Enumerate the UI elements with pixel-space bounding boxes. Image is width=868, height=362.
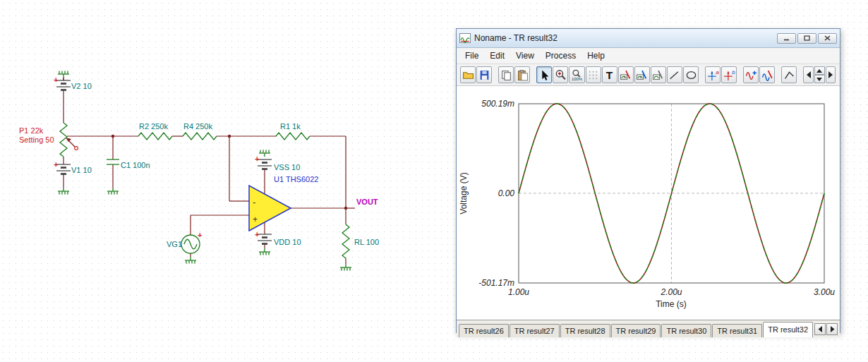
label-rl: RL 100 xyxy=(354,238,379,246)
cursor-tool-button[interactable] xyxy=(536,66,552,83)
corner-tool-button[interactable] xyxy=(781,66,797,83)
opamp-u1[interactable]: - + xyxy=(249,186,291,231)
menu-help[interactable]: Help xyxy=(581,49,610,64)
app-window: Noname - TR result32 FileEditViewProcess… xyxy=(456,28,840,333)
tab-tr-result26[interactable]: TR result26 xyxy=(459,324,509,337)
result-tab-bar: TR result26TR result27TR result28TR resu… xyxy=(457,320,840,337)
next-curve-button[interactable] xyxy=(826,66,836,83)
titlebar[interactable]: Noname - TR result32 xyxy=(457,29,840,48)
menu-view[interactable]: View xyxy=(510,49,540,64)
probe-scope-button[interactable] xyxy=(634,66,650,83)
open-button[interactable] xyxy=(460,66,476,83)
label-u1: U1 THS6022 xyxy=(274,175,318,183)
window-controls xyxy=(777,33,837,44)
potentiometer-p1[interactable] xyxy=(60,123,78,157)
label-vss: VSS 10 xyxy=(274,163,300,171)
svg-text:100%: 100% xyxy=(572,77,582,81)
app-icon xyxy=(459,32,471,44)
capacitor-c1[interactable] xyxy=(107,159,119,164)
line-tool-button[interactable] xyxy=(667,66,682,83)
zoom-100-button[interactable]: 100% xyxy=(569,66,584,83)
label-v1: V1 10 xyxy=(71,166,92,174)
result-tabs: TR result26TR result27TR result28TR resu… xyxy=(459,322,814,337)
label-vg1: VG1 xyxy=(167,240,182,248)
svg-text:+: + xyxy=(54,76,58,84)
svg-text:+: + xyxy=(198,231,202,239)
battery-plus-marks: + + + + + xyxy=(54,76,259,239)
y-tick-label: 500.19m xyxy=(481,99,514,109)
svg-text:a: a xyxy=(716,69,719,76)
waveform-edit-button[interactable] xyxy=(759,66,775,83)
tab-scroll-left-button[interactable] xyxy=(814,323,826,335)
waveform-add-button[interactable] xyxy=(743,66,759,83)
menu-process[interactable]: Process xyxy=(540,49,581,64)
label-r1: R1 1k xyxy=(280,122,301,131)
ground-symbols[interactable] xyxy=(58,71,351,271)
tab-tr-result30[interactable]: TR result30 xyxy=(661,324,711,337)
prev-curve-button[interactable] xyxy=(803,66,813,83)
ellipse-tool-button[interactable] xyxy=(683,66,699,83)
tab-tr-result28[interactable]: TR result28 xyxy=(560,324,610,337)
battery-v1[interactable] xyxy=(56,164,71,174)
chart-area: 500.19m0.00-501.17m1.00u2.00u3.00u Volta… xyxy=(457,86,840,320)
wire-segments[interactable] xyxy=(64,78,355,264)
window-title: Noname - TR result32 xyxy=(474,33,773,43)
probe-label-button[interactable] xyxy=(651,66,666,83)
label-vout: VOUT xyxy=(356,198,378,206)
opamp-plus-mark: + xyxy=(253,215,258,224)
y-tick-label: 0.00 xyxy=(498,188,515,198)
paste-button[interactable] xyxy=(514,66,530,83)
menu-file[interactable]: File xyxy=(459,49,484,64)
close-button[interactable] xyxy=(818,33,837,44)
label-c1: C1 100n xyxy=(121,161,150,169)
toolbar: 100% T a xyxy=(457,64,840,86)
x-tick-label: 2.00u xyxy=(660,287,682,297)
tab-tr-result32[interactable]: TR result32 xyxy=(763,322,813,337)
circuit-schematic: - + + + + + + V2 10 P1 22k Setting 50 V1… xyxy=(0,0,456,362)
desktop: - + + + + + + V2 10 P1 22k Setting 50 V1… xyxy=(0,0,868,362)
resistor-rl[interactable] xyxy=(342,224,349,258)
tab-tr-result27[interactable]: TR result27 xyxy=(510,324,560,337)
svg-text:b: b xyxy=(732,69,735,76)
resistor-r4[interactable] xyxy=(183,133,217,140)
menu-bar: FileEditViewProcessHelp xyxy=(457,48,840,64)
grid-toggle-button[interactable] xyxy=(586,66,601,83)
probe-meter-button[interactable] xyxy=(618,66,634,83)
label-r2: R2 250k xyxy=(139,122,168,131)
svg-text:+: + xyxy=(54,160,58,169)
battery-v2[interactable] xyxy=(56,78,71,90)
svg-text:T: T xyxy=(606,69,613,81)
spin-down-button[interactable] xyxy=(814,75,825,83)
tab-scroll-right-button[interactable] xyxy=(826,323,838,335)
svg-text:+: + xyxy=(255,155,259,163)
y-tick-label: -501.17m xyxy=(478,278,514,288)
waveform-plot[interactable]: 500.19m0.00-501.17m1.00u2.00u3.00u Volta… xyxy=(457,86,840,318)
cursor-a-button[interactable]: a xyxy=(705,66,721,83)
opamp-minus-mark: - xyxy=(253,197,255,207)
cursor-b-button[interactable]: b xyxy=(721,66,737,83)
label-r4: R4 250k xyxy=(183,122,212,131)
x-tick-label: 1.00u xyxy=(508,287,529,297)
tab-tr-result31[interactable]: TR result31 xyxy=(712,324,762,337)
text-tool-button[interactable]: T xyxy=(602,66,617,83)
label-p1-setting: Setting 50 xyxy=(19,135,54,144)
y-axis-title: Voltage (V) xyxy=(459,172,469,214)
battery-vss[interactable] xyxy=(258,159,272,169)
tab-tr-result29[interactable]: TR result29 xyxy=(611,324,661,337)
menu-edit[interactable]: Edit xyxy=(484,49,510,64)
battery-vdd[interactable] xyxy=(258,234,272,244)
resistor-r1[interactable] xyxy=(276,133,310,140)
maximize-button[interactable] xyxy=(797,33,816,44)
save-button[interactable] xyxy=(476,66,492,83)
label-v2: V2 10 xyxy=(71,82,92,90)
copy-button[interactable] xyxy=(498,66,514,83)
tab-scroll-controls xyxy=(814,323,838,335)
zoom-in-button[interactable] xyxy=(553,66,568,83)
spin-up-button[interactable] xyxy=(814,66,825,75)
label-vdd: VDD 10 xyxy=(274,238,301,246)
resistor-r2[interactable] xyxy=(138,133,172,140)
x-axis-title: Time (s) xyxy=(656,299,687,309)
minimize-button[interactable] xyxy=(777,33,796,44)
svg-text:+: + xyxy=(255,230,259,239)
x-tick-label: 3.00u xyxy=(814,287,835,297)
